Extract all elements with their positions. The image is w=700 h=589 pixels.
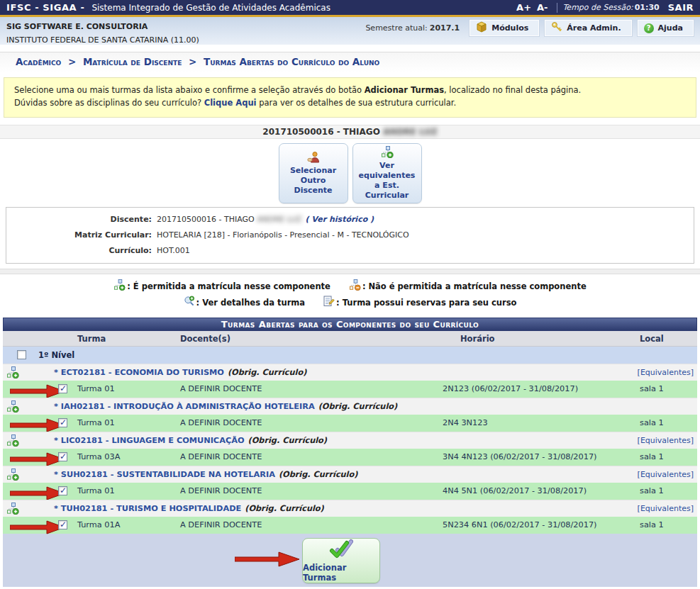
turma-checkbox[interactable] (58, 418, 67, 427)
area-admin-button[interactable]: Área Admin. (545, 20, 631, 36)
course-header-row: * IAH02181 - INTRODUÇÃO À ADMINISTRAÇÃO … (3, 398, 697, 415)
course-link[interactable]: * IAH02181 - INTRODUÇÃO À ADMINISTRAÇÃO … (54, 402, 315, 411)
matricula-permitida-icon (6, 366, 19, 381)
key-icon (551, 21, 562, 35)
double-check-icon (329, 539, 353, 561)
course-link[interactable]: * LIC02181 - LINGUAGEM E COMUNICAÇÃO (54, 436, 245, 445)
turma-checkbox[interactable] (58, 452, 67, 461)
institution-name: INSTITUTO FEDERAL DE SANTA CATARINA (11.… (6, 31, 365, 45)
turma-checkbox[interactable] (58, 520, 67, 529)
column-header-docentes: Docente(s) (180, 334, 230, 344)
level-label: 1º Nível (38, 350, 74, 360)
modules-button[interactable]: Módulos (470, 20, 539, 36)
course-link[interactable]: * ECT02181 - ECONOMIA DO TURISMO (54, 368, 224, 377)
student-info-panel: Discente: 201710500016 - THIAGO ANDRE LU… (6, 207, 694, 264)
matricula-permitida-icon (6, 434, 19, 449)
help-button[interactable]: ? Ajuda (638, 20, 694, 36)
modules-cube-icon (476, 21, 487, 35)
course-link[interactable]: * TUH02181 - TURISMO E HOSPITALIDADE (54, 504, 241, 513)
table-footer: Adicionar Turmas (3, 534, 697, 587)
select-other-student-button[interactable]: Selecionar Outro Discente (279, 143, 348, 204)
info-row-discente: Discente: 201710500016 - THIAGO ANDRE LU… (6, 215, 694, 224)
ver-detalhes-icon (184, 296, 195, 309)
level-row: 1º Nível (3, 347, 697, 364)
view-equivalents-button[interactable]: Ver equivalentes a Est. Curricular (352, 143, 422, 204)
info-row-curriculo: Currículo: HOT.001 (6, 246, 694, 255)
turma-row: Turma 03A A DEFINIR DOCENTE 3N4 4N123 (0… (3, 449, 697, 466)
course-header-row: * SUH02181 - SUSTENTABILIDADE NA HOTELAR… (3, 466, 697, 483)
legend-item-reservas: : Turma possui reservas para seu curso (323, 296, 516, 309)
breadcrumb: Acadêmico > Matrícula de Discente > Turm… (0, 52, 700, 72)
table-column-headers: Turma Docente(s) Horário Local (3, 331, 697, 347)
turma-checkbox[interactable] (58, 384, 67, 393)
info-row-matriz: Matriz Curricular: HOTELARIA [218] - Flo… (6, 230, 694, 240)
breadcrumb-matricula-discente[interactable]: Matrícula de Discente (83, 56, 182, 67)
matricula-permitida-icon (6, 469, 19, 483)
redacted-name: ANDRE LUZ (383, 127, 438, 137)
turma-checkbox[interactable] (58, 486, 67, 495)
turma-row: Turma 01 A DEFINIR DOCENTE 4N4 5N1 (06/0… (3, 483, 697, 500)
app-title: Sistema Integrado de Gestão de Atividade… (91, 3, 330, 13)
turma-row: Turma 01 A DEFINIR DOCENTE 2N123 (06/02/… (3, 381, 697, 398)
student-actions: Selecionar Outro Discente Ver equivalent… (0, 143, 700, 204)
session-timer: Tempo de Sessão:01:30 (563, 3, 660, 12)
matricula-permitida-icon (113, 279, 126, 293)
course-link[interactable]: * SUH02181 - SUSTENTABILIDADE NA HOTELAR… (54, 470, 275, 479)
font-increase-button[interactable]: A+ (516, 2, 531, 13)
turma-reservas-icon (323, 296, 335, 309)
breadcrumb-academico[interactable]: Acadêmico (16, 56, 61, 67)
turma-row: Turma 01A A DEFINIR DOCENTE 5N234 6N1 (0… (3, 517, 697, 534)
table-title: Turmas Abertas para os Componentes do se… (3, 318, 697, 331)
matricula-permitida-icon (6, 400, 19, 415)
font-decrease-button[interactable]: A- (537, 2, 548, 13)
turma-row: Turma 01 A DEFINIR DOCENTE 2N4 3N123 sal… (3, 415, 697, 432)
legend-item-nao-permitida: : Não é permitida a matrícula nesse comp… (349, 279, 587, 293)
clique-aqui-link[interactable]: Clique Aqui (204, 98, 257, 108)
breadcrumb-turmas-abertas: Turmas Abertas do Currículo do Aluno (204, 56, 379, 67)
ver-historico-link[interactable]: ( Ver histórico ) (306, 215, 374, 224)
brand: IFSC - SIGAA - (6, 2, 84, 13)
current-semester: Semestre atual:2017.1 (365, 20, 460, 33)
curriculum-structure-icon (381, 146, 394, 161)
equivalentes-link[interactable]: [Equivalentes] (638, 436, 694, 445)
column-header-local: Local (640, 334, 664, 344)
instructions-notice: Selecione uma ou mais turmas da lista ab… (4, 77, 696, 118)
logout-button[interactable]: SAIR (668, 2, 694, 13)
open-classes-table: Turmas Abertas para os Componentes do se… (3, 318, 697, 587)
redacted-name: ANDRE LUZ (257, 215, 301, 224)
help-icon: ? (644, 23, 654, 33)
select-student-person-icon (306, 151, 321, 166)
course-header-row: * TUH02181 - TURISMO E HOSPITALIDADE(Obr… (3, 500, 697, 517)
level-select-all-checkbox[interactable] (17, 350, 26, 359)
legend-item-permitida: : É permitida a matrícula nesse componen… (113, 279, 330, 293)
annotation-arrow (235, 551, 300, 569)
top-bar: IFSC - SIGAA - Sistema Integrado de Gest… (0, 0, 700, 15)
equivalentes-link[interactable]: [Equivalentes] (638, 504, 694, 513)
annotation-arrow (10, 520, 65, 537)
divider (557, 3, 557, 13)
course-header-row: * ECT02181 - ECONOMIA DO TURISMO(Obrig. … (3, 364, 697, 381)
legend: : É permitida a matrícula nesse componen… (0, 274, 700, 315)
adicionar-turmas-button[interactable]: Adicionar Turmas (302, 538, 380, 583)
matricula-permitida-icon (6, 503, 19, 517)
section-divider (0, 269, 700, 274)
equivalentes-link[interactable]: [Equivalentes] (638, 368, 694, 377)
matricula-nao-permitida-icon (349, 279, 361, 293)
course-header-row: * LIC02181 - LINGUAGEM E COMUNICAÇÃO(Obr… (3, 432, 697, 449)
column-header-horario: Horário (460, 334, 494, 344)
column-header-turma: Turma (77, 334, 106, 344)
legend-item-detalhes: : Ver detalhes da turma (184, 296, 306, 309)
sub-header: SIG SOFTWARE E. CONSULTORIA INSTITUTO FE… (0, 17, 700, 45)
org-name: SIG SOFTWARE E. CONSULTORIA (6, 19, 365, 31)
student-title-bar: 201710500016 - THIAGO ANDRE LUZ (0, 125, 700, 139)
equivalentes-link[interactable]: [Equivalentes] (638, 470, 694, 479)
